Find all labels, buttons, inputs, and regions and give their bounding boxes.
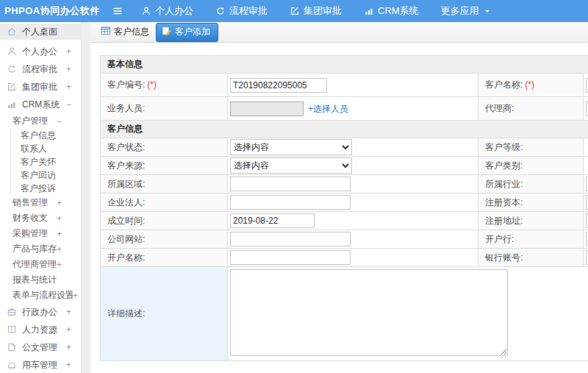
hamburger-menu-icon[interactable] — [112, 5, 123, 17]
sales-person-input — [230, 102, 304, 116]
nav-label: 个人办公 — [155, 4, 193, 18]
field-label-customer-name: 客户名称:(*) — [478, 74, 584, 97]
collapse-minus-icon: − — [66, 99, 71, 110]
founded-date-input[interactable] — [230, 213, 315, 228]
nav-personal-office[interactable]: 个人办公 — [141, 4, 193, 18]
expand-plus-icon: + — [66, 46, 71, 57]
field-label-registered-capital: 注册资本: — [478, 193, 584, 212]
sidebar-item-label: 客户管理 — [12, 115, 57, 127]
sidebar-item-label: 客户投诉 — [21, 182, 81, 195]
legal-person-input[interactable] — [230, 195, 351, 210]
sidebar-item-label: 客户信息 — [21, 129, 81, 142]
sidebar-scrollbar[interactable] — [81, 22, 90, 373]
nav-workflow-approval[interactable]: 流程审批 — [215, 4, 268, 18]
sidebar-item-label: 代理商管理 — [12, 258, 57, 271]
nav-crm-system[interactable]: CRM系统 — [364, 4, 419, 18]
sidebar-item-label: 个人办公 — [22, 46, 66, 58]
sidebar-item-customer-management[interactable]: 客户管理 − — [0, 113, 81, 129]
edit-square-icon — [7, 82, 17, 92]
sidebar-item-purchasing[interactable]: 采购管理 + — [0, 226, 81, 241]
section-header-customer-info: 客户信息 — [101, 121, 588, 138]
sidebar-item-contacts[interactable]: 联系人 — [11, 142, 81, 155]
sidebar-item-workflow-approval[interactable]: 流程审批 + — [0, 60, 81, 78]
sidebar: 个人桌面 个人办公 + 流程审批 + 集团审批 + CRM系统 − 客户管理 −… — [0, 22, 81, 373]
sidebar-item-crm-system[interactable]: CRM系统 − — [0, 96, 81, 113]
sidebar-item-reports-statistics[interactable]: 报表与统计 — [0, 272, 81, 288]
field-label-legal-person: 企业法人: — [101, 193, 228, 212]
customer-no-input[interactable] — [230, 78, 327, 93]
select-person-link[interactable]: +选择人员 — [308, 104, 348, 114]
nav-label: 集团审批 — [304, 4, 342, 18]
region-input[interactable] — [230, 177, 351, 191]
sidebar-item-label: 产品与库存 — [12, 243, 57, 255]
sidebar-item-agent-management[interactable]: 代理商管理 + — [0, 257, 81, 272]
sidebar-item-document-management[interactable]: 公文管理 + — [0, 338, 81, 356]
account-name-input[interactable] — [230, 250, 351, 265]
sidebar-item-finance[interactable]: 财务收支 + — [0, 210, 81, 226]
description-textarea[interactable] — [230, 269, 508, 356]
sidebar-item-customer-info[interactable]: 客户信息 — [11, 129, 81, 142]
sidebar-item-sales-management[interactable]: 销售管理 + — [0, 195, 81, 210]
customer-source-select[interactable]: 选择内容 — [230, 157, 352, 174]
sidebar-item-label: 集团审批 — [22, 81, 66, 93]
sidebar-item-label: 客户关怀 — [21, 156, 81, 168]
field-label-sales-person: 业务人员: — [101, 97, 228, 121]
field-label-industry: 所属行业: — [478, 175, 584, 193]
field-label-bank-account: 银行账号: — [478, 249, 584, 267]
app-logo: PHPOA协同办公软件 — [0, 4, 103, 18]
nav-label: CRM系统 — [378, 4, 419, 18]
field-label-customer-source: 客户来源: — [101, 157, 228, 175]
expand-plus-icon: + — [57, 213, 62, 224]
expand-plus-icon: + — [57, 198, 62, 208]
customer-status-select[interactable]: 选择内容 — [230, 139, 352, 155]
home-icon — [7, 26, 17, 37]
sidebar-item-products-inventory[interactable]: 产品与库存 + — [0, 241, 81, 257]
sidebar-item-human-resources[interactable]: 人力资源 + — [0, 321, 81, 338]
tab-strip: 客户信息 客户添加 — [90, 22, 588, 43]
sidebar-item-label: 个人桌面 — [22, 26, 71, 38]
sidebar-item-label: 报表与统计 — [12, 274, 62, 286]
sidebar-item-customer-care[interactable]: 客户关怀 — [11, 155, 81, 168]
briefcase-icon — [7, 307, 17, 317]
field-label-agent: 代理商: — [478, 97, 584, 121]
sidebar-item-customer-complaint[interactable]: 客户投诉 — [11, 182, 81, 195]
sidebar-item-admin-office[interactable]: 行政办公 + — [0, 303, 81, 321]
topbar-nav: 个人办公 流程审批 集团审批 CRM系统 更多应用 — [141, 4, 492, 18]
expand-plus-icon: + — [73, 291, 78, 301]
website-input[interactable] — [230, 232, 351, 246]
sidebar-item-customer-visit[interactable]: 客户回访 — [11, 168, 81, 182]
sidebar-item-label: 流程审批 — [22, 63, 66, 76]
nav-label: 流程审批 — [229, 4, 268, 18]
nav-label: 更多应用 — [441, 4, 479, 18]
field-label-description: 详细描述: — [101, 267, 228, 361]
add-customer-icon — [162, 26, 172, 38]
required-mark: (*) — [147, 79, 157, 90]
bar-chart-icon — [7, 99, 17, 110]
sidebar-item-vehicle-management[interactable]: 用车管理 + — [0, 356, 81, 373]
customer-add-form: 基本信息 客户编号:(*) 客户名称:(*) 业务人员: +选择人员 代理商: — [90, 43, 588, 373]
sidebar-item-form-workflow-settings[interactable]: 表单与流程设置 + — [0, 288, 81, 303]
user-icon — [7, 46, 17, 57]
sidebar-item-personal-desktop[interactable]: 个人桌面 — [0, 24, 81, 40]
sidebar-item-label: 公文管理 — [22, 341, 66, 354]
sidebar-item-group-approval[interactable]: 集团审批 + — [0, 78, 81, 96]
sidebar-item-label: 采购管理 — [12, 227, 57, 240]
collapse-minus-icon: − — [57, 116, 62, 127]
sidebar-item-label: 用车管理 — [22, 359, 66, 372]
tab-customer-add[interactable]: 客户添加 — [156, 23, 218, 42]
nav-group-approval[interactable]: 集团审批 — [290, 4, 342, 18]
car-icon — [7, 360, 17, 370]
tab-customer-info[interactable]: 客户信息 — [101, 26, 149, 38]
expand-plus-icon: + — [66, 82, 71, 92]
sidebar-item-label: 销售管理 — [12, 196, 57, 209]
book-icon — [7, 324, 17, 335]
topbar: PHPOA协同办公软件 个人办公 流程审批 集团审批 CRM系统 更多应用 — [0, 0, 588, 22]
sidebar-submenu-customer-management: 客户信息 联系人 客户关怀 客户回访 客户投诉 — [10, 129, 81, 195]
nav-more-apps[interactable]: 更多应用 — [441, 4, 492, 18]
expand-plus-icon: + — [66, 324, 71, 335]
stamp-icon — [215, 6, 226, 16]
tab-label: 客户添加 — [175, 26, 210, 38]
field-label-account-name: 开户名称: — [101, 249, 228, 267]
sidebar-item-personal-office[interactable]: 个人办公 + — [0, 43, 81, 60]
field-label-registered-address: 注册地址: — [478, 212, 584, 230]
